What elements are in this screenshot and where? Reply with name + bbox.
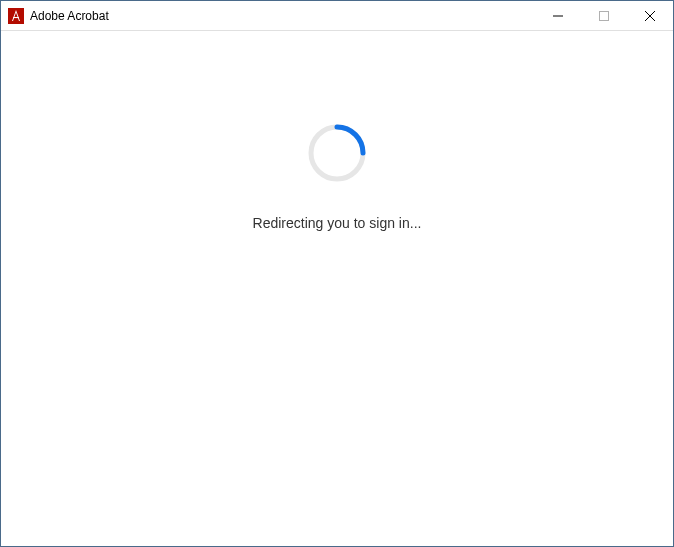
acrobat-icon [8, 8, 24, 24]
status-message: Redirecting you to sign in... [253, 215, 422, 231]
content-area: Redirecting you to sign in... [1, 31, 673, 546]
window-title: Adobe Acrobat [30, 9, 535, 23]
minimize-button[interactable] [535, 1, 581, 30]
loading-spinner-icon [305, 121, 369, 185]
window-controls [535, 1, 673, 30]
svg-rect-1 [13, 17, 19, 18]
app-window: Adobe Acrobat [0, 0, 674, 547]
svg-rect-3 [600, 11, 609, 20]
close-button[interactable] [627, 1, 673, 30]
titlebar: Adobe Acrobat [1, 1, 673, 31]
maximize-button [581, 1, 627, 30]
